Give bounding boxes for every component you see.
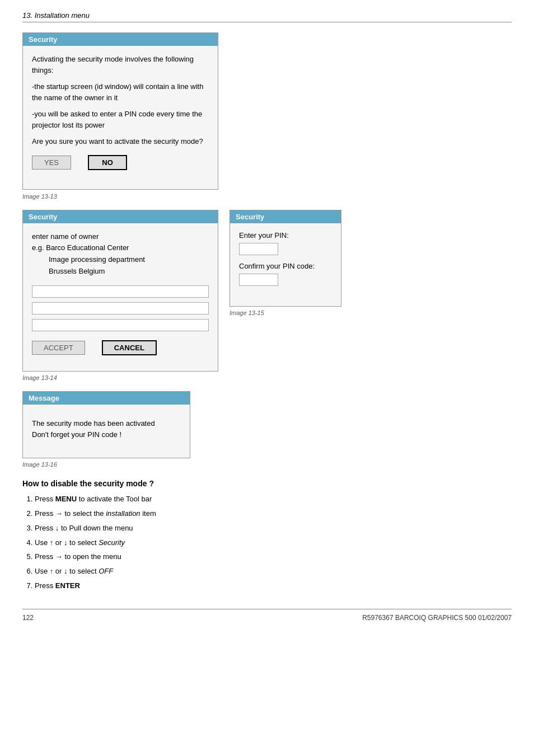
step-7: Press ENTER: [35, 580, 512, 592]
security-box1-title: Security: [23, 33, 218, 46]
security-box3-title: Security: [230, 210, 341, 223]
page-footer: 122 R5976367 BARCOIQ GRAPHICS 500 01/02/…: [22, 609, 512, 622]
how-to-section: How to disable the security mode ? Press…: [22, 479, 512, 592]
section-heading: 13. Installation menu: [22, 11, 512, 22]
image-label-13-14: Image 13-14: [22, 374, 218, 381]
product-info: R5976367 BARCOIQ GRAPHICS 500 01/02/2007: [362, 614, 512, 622]
confirm-pin-label: Confirm your PIN code:: [239, 262, 332, 270]
security-box1-line4: Are you sure you want to activate the se…: [32, 136, 209, 147]
message-box: Message The security mode has been activ…: [22, 391, 190, 459]
owner-input-2[interactable]: [32, 302, 209, 314]
confirm-pin-input[interactable]: [239, 274, 278, 286]
yes-button[interactable]: YES: [32, 156, 71, 170]
cancel-button[interactable]: CANCEL: [102, 340, 157, 355]
image-label-13-16: Image 13-16: [22, 461, 512, 468]
page-number: 122: [22, 614, 34, 622]
security-box1-line1: Activating the security mode involves th…: [32, 54, 209, 76]
message-line2: Don't forget your PIN code !: [32, 429, 181, 441]
step-4: Use ↑ or ↓ to select Security: [35, 537, 512, 549]
step-6: Use ↑ or ↓ to select OFF: [35, 566, 512, 577]
step-2: Press → to select the installation item: [35, 508, 512, 520]
message-line1: The security mode has been activated: [32, 418, 181, 430]
no-button[interactable]: NO: [88, 155, 127, 170]
step-1: Press MENU to activate the Tool bar: [35, 494, 512, 505]
security-box2: Security enter name of owner e.g. Barco …: [22, 210, 218, 372]
security-box2-title: Security: [23, 210, 218, 223]
pin-label: Enter your PIN:: [239, 231, 332, 240]
pin-input[interactable]: [239, 243, 278, 255]
image-label-13-13: Image 13-13: [22, 193, 512, 200]
security-box1-line3: -you will be asked to enter a PIN code e…: [32, 109, 209, 130]
security-box2-example: enter name of owner e.g. Barco Education…: [32, 231, 209, 278]
step-3: Press ↓ to Pull down the menu: [35, 523, 512, 534]
how-to-list: Press MENU to activate the Tool bar Pres…: [22, 494, 512, 592]
accept-button[interactable]: ACCEPT: [32, 341, 85, 355]
how-to-heading: How to disable the security mode ?: [22, 479, 512, 488]
security-box1-line2: -the startup screen (id window) will con…: [32, 81, 209, 103]
security-box3: Security Enter your PIN: Confirm your PI…: [229, 210, 341, 307]
owner-input-3[interactable]: [32, 319, 209, 331]
owner-input-1[interactable]: [32, 285, 209, 298]
security-box1: Security Activating the security mode in…: [22, 32, 218, 190]
message-box-title: Message: [23, 392, 190, 405]
step-5: Press → to open the menu: [35, 551, 512, 563]
image-label-13-15: Image 13-15: [229, 309, 341, 316]
